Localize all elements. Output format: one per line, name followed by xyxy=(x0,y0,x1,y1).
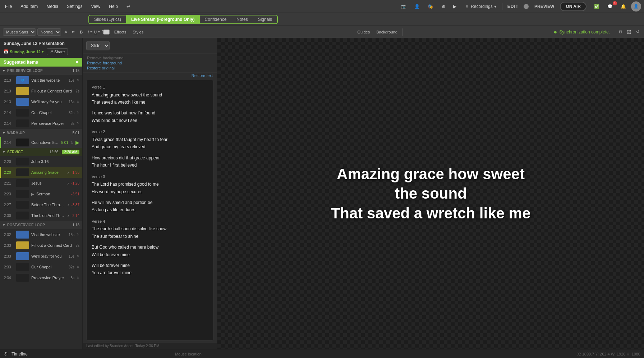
date-btn[interactable]: 📅 Sunday, June 12 ▾ xyxy=(4,49,44,54)
post-service-loop-header[interactable]: ▾ POST-SERVICE LOOP 1:18 xyxy=(0,221,82,229)
play-icon-btn[interactable]: ▶ xyxy=(450,3,459,10)
presentation-title: Sunday, June 12 Presentation 📅 Sunday, J… xyxy=(0,38,82,58)
menu-media[interactable]: Media xyxy=(44,3,60,10)
list-item[interactable]: 2:33 Fill out a Connect Card 7s xyxy=(0,240,82,251)
tab-live-stream[interactable]: Live Stream (Foreground Only) xyxy=(126,15,200,23)
thumb-pray-1 xyxy=(16,98,29,106)
tab-confidence[interactable]: Confidence xyxy=(200,15,232,23)
guides-btn[interactable]: Guides xyxy=(355,29,372,35)
list-item[interactable]: 2:34 Pre-service Prayer 8s ↻ xyxy=(0,272,82,283)
verse-line: Was blind but now I see xyxy=(92,117,208,124)
remove-foreground-btn[interactable]: Remove foreground xyxy=(87,61,213,65)
background-btn[interactable]: Background xyxy=(374,29,399,35)
thumb-jesus xyxy=(16,179,29,187)
share-icon: ↗ xyxy=(50,49,53,54)
tab-slides-lyrics[interactable]: Slides (Lyrics) xyxy=(89,15,126,23)
list-item[interactable]: 2:33 Our Chapel 32s ↻ xyxy=(0,262,82,272)
suggested-items-header[interactable]: Suggested Items ✕ xyxy=(0,58,82,67)
color-btn[interactable] xyxy=(103,30,110,35)
refresh-btn[interactable]: ↺ xyxy=(634,29,641,35)
align-left-btn[interactable]: ≡ xyxy=(88,29,94,35)
list-item[interactable]: 2:33 We'll pray for you 16s ↻ xyxy=(0,251,82,262)
verse-line: Will be forever mine xyxy=(92,251,208,258)
sync-icon-6: ↻ xyxy=(77,254,79,258)
thumb-countdown xyxy=(16,139,29,146)
list-item[interactable]: 2:14 Pre-service Prayer 8s ↻ xyxy=(0,118,82,129)
image-btn[interactable]: 🖼 xyxy=(625,29,633,35)
sync-icon-5: ↻ xyxy=(77,233,79,236)
thumb-connect-1 xyxy=(16,87,29,95)
verse-line: 'Twas grace that taught my heart to fear xyxy=(92,136,208,143)
recordings-button[interactable]: 🎙 Recordings ▾ xyxy=(461,3,500,10)
align-center-btn[interactable]: ≡ xyxy=(96,29,101,35)
list-item-amazing-grace[interactable]: 2:20 Amazing Grace ♪ -1:36 xyxy=(0,167,82,178)
menu-file[interactable]: File xyxy=(3,3,14,10)
list-item[interactable]: 2:14 Our Chapel 32s ↻ xyxy=(0,107,82,118)
list-item-jesus[interactable]: 2:21 Jesus ♪ -1:28 xyxy=(0,178,82,189)
share-button[interactable]: ↗ Share xyxy=(47,48,68,55)
mouse-location-label: Mouse location xyxy=(175,352,202,356)
play-countdown-icon[interactable]: ▶ xyxy=(75,140,79,145)
lyrics-area[interactable]: Verse 1 Amazing grace how sweet the soun… xyxy=(86,80,213,341)
undo-icon[interactable]: ↩ xyxy=(124,3,132,10)
service-header[interactable]: ▾ SERVICE 12:56 2:20 AM xyxy=(0,148,82,156)
menu-settings[interactable]: Settings xyxy=(65,3,84,10)
bold-btn[interactable]: B xyxy=(78,29,84,35)
sync-icon-1: ↻ xyxy=(77,78,79,82)
edit-button[interactable]: EDIT xyxy=(505,3,521,10)
check-icon-btn[interactable]: ✅ xyxy=(591,3,602,10)
list-item-before-throne[interactable]: 2:27 Before The Throne O... ♪ -3:37 xyxy=(0,199,82,210)
restore-text-btn[interactable]: Restore text xyxy=(192,73,213,78)
effects-btn[interactable]: Effects xyxy=(112,29,128,35)
display-icon-btn[interactable]: 🖥 xyxy=(438,3,448,10)
menu-help[interactable]: Help xyxy=(107,3,120,10)
verse-line: Will be forever mine xyxy=(92,262,208,269)
bell-icon-btn[interactable]: 🔔 xyxy=(618,3,629,10)
preview-button[interactable]: PREVIEW xyxy=(531,3,558,10)
thumb-prayer-2 xyxy=(16,274,29,282)
list-item-john[interactable]: 2:20 John 3:16 xyxy=(0,156,82,167)
thumb-visit-1: 🌐 xyxy=(16,76,29,84)
list-item[interactable]: 2:13 🌐 Visit the website 15s ↻ xyxy=(0,75,82,86)
tab-notes[interactable]: Notes xyxy=(231,15,253,23)
person-icon-btn[interactable]: 👤 xyxy=(411,3,423,10)
restore-original-btn[interactable]: Restore original xyxy=(87,66,213,70)
slide-select-row: Slide xyxy=(83,38,217,54)
list-item[interactable]: 2:13 We'll pray for you 16s ↻ xyxy=(0,96,82,107)
list-item-lion[interactable]: 2:30 The Lion And The La... ♪ -2:14 xyxy=(0,210,82,221)
thumb-chapel-1 xyxy=(16,109,29,117)
warm-up-header[interactable]: ▾ WARM-UP 5:01 xyxy=(0,129,82,137)
timeline-icon: ⏱ xyxy=(4,352,8,357)
verse-line: As long as life endures xyxy=(92,206,208,213)
list-item-countdown[interactable]: 2:14 Countdown 5 min 5:01 ↻ ▶ xyxy=(0,137,82,148)
timeline-label: Timeline xyxy=(12,352,28,357)
preview-background[interactable]: Amazing grace how sweet the sound That s… xyxy=(217,38,644,349)
slide-type-select[interactable]: Slide xyxy=(86,41,110,50)
face-icon-btn[interactable]: 🎭 xyxy=(425,3,436,10)
menu-view[interactable]: View xyxy=(89,3,102,10)
verse-line: The earth shall soon dissolve like snow xyxy=(92,225,208,232)
list-item[interactable]: 2:13 Fill out a Connect Card 7s xyxy=(0,86,82,96)
camera-icon-btn[interactable]: 📷 xyxy=(398,3,409,10)
resize-icon[interactable]: ⇔ xyxy=(70,29,77,35)
font-selector[interactable]: Museo Sans xyxy=(3,28,36,36)
menu-add-item[interactable]: Add Item xyxy=(18,3,40,10)
bottom-bar: ⏱ Timeline Mouse location X: 1899.7 Y: 2… xyxy=(0,349,644,358)
verse-4-title: Verse 4 xyxy=(92,218,208,225)
close-suggested-icon[interactable]: ✕ xyxy=(75,60,79,65)
tab-group: Slides (Lyrics) Live Stream (Foreground … xyxy=(88,15,278,24)
on-air-button[interactable]: ON AIR xyxy=(560,2,586,11)
chat-icon-btn[interactable]: 💬1 xyxy=(604,3,616,10)
tab-signals[interactable]: Signals xyxy=(253,15,277,23)
remove-background-btn[interactable]: Remove background xyxy=(87,56,213,60)
fit-view-btn[interactable]: ⊡ xyxy=(617,29,624,35)
style-selector[interactable]: Normal xyxy=(37,28,61,36)
pre-service-loop-header[interactable]: ▾ PRE-SERVICE LOOP 1:18 xyxy=(0,67,82,75)
list-item-sermon[interactable]: 2:23 ▶ Sermon -3:51 xyxy=(0,189,82,199)
verse-line: The hour I first believed xyxy=(92,162,208,169)
list-item[interactable]: 2:32 Visit the website 15s ↻ xyxy=(0,229,82,240)
styles-btn[interactable]: Styles xyxy=(131,29,145,35)
sync-icon-3: ↻ xyxy=(77,111,79,114)
avatar[interactable]: 👤 xyxy=(631,1,641,12)
verse-line: I once was lost but now I'm found xyxy=(92,109,208,117)
